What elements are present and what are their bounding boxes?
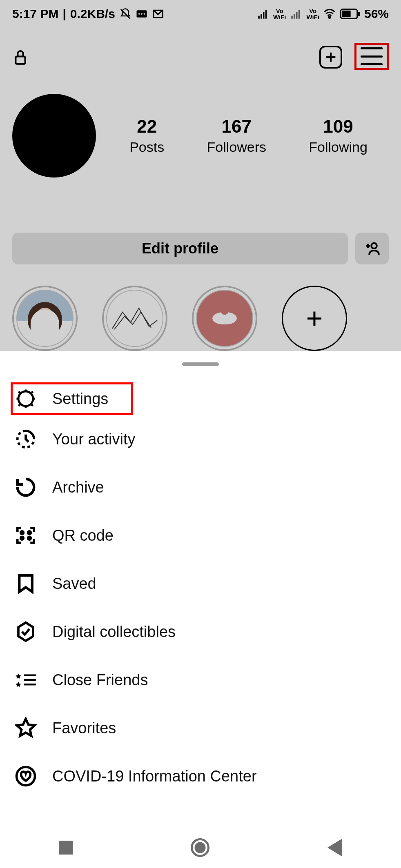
wifi-icon <box>323 8 336 20</box>
stat-posts[interactable]: 22 Posts <box>129 116 164 155</box>
hamburger-menu-button[interactable] <box>361 47 383 65</box>
menu-label: Your activity <box>52 431 135 448</box>
followers-label: Followers <box>207 139 266 155</box>
profile-header <box>0 41 401 73</box>
nav-recents-button[interactable] <box>59 841 73 855</box>
highlight-3[interactable] <box>192 286 257 351</box>
svg-rect-10 <box>296 12 298 18</box>
menu-item-activity[interactable]: Your activity <box>15 415 386 463</box>
activity-icon <box>15 428 37 450</box>
following-count: 109 <box>309 116 368 137</box>
posts-label: Posts <box>129 139 164 155</box>
menu-item-saved[interactable]: Saved <box>15 559 386 608</box>
svg-rect-15 <box>358 12 360 16</box>
menu-label: Close Friends <box>52 671 148 689</box>
posts-count: 22 <box>129 116 164 137</box>
bookmark-icon <box>15 573 37 595</box>
stat-following[interactable]: 109 Following <box>309 116 368 155</box>
svg-point-18 <box>18 391 33 406</box>
svg-rect-14 <box>342 11 350 17</box>
svg-point-1 <box>138 13 140 15</box>
menu-item-covid[interactable]: COVID-19 Information Center <box>15 752 386 800</box>
highlight-add-button[interactable]: + <box>282 286 347 351</box>
status-separator: | <box>62 7 66 21</box>
following-label: Following <box>309 139 368 155</box>
qr-icon <box>15 524 37 546</box>
vowifi-icon: VoWiFi <box>273 8 286 20</box>
profile-name-cropped <box>20 180 77 188</box>
edit-profile-label: Edit profile <box>142 240 218 257</box>
followers-count: 167 <box>207 116 266 137</box>
mail-icon <box>152 8 164 20</box>
create-button[interactable] <box>319 46 342 69</box>
highlights-row: + <box>12 286 347 351</box>
stat-followers[interactable]: 167 Followers <box>207 116 266 155</box>
battery-percent: 56% <box>364 7 389 21</box>
gear-icon <box>15 388 37 410</box>
svg-rect-4 <box>258 16 260 19</box>
svg-point-17 <box>371 243 376 249</box>
highlight-2[interactable] <box>102 286 167 351</box>
edit-profile-button[interactable]: Edit profile <box>12 233 348 264</box>
star-list-icon <box>15 669 37 691</box>
svg-point-19 <box>21 531 24 534</box>
menu-label: COVID-19 Information Center <box>52 768 257 785</box>
archive-icon <box>15 476 37 498</box>
menu-item-close-friends[interactable]: Close Friends <box>15 656 386 704</box>
svg-rect-6 <box>263 12 265 18</box>
menu-item-qr[interactable]: QR code <box>15 511 386 559</box>
signal-icon <box>257 8 269 20</box>
sheet-drag-handle[interactable] <box>182 362 219 366</box>
hamburger-highlight <box>354 43 389 70</box>
bottom-sheet: Settings Your activity <box>0 351 401 868</box>
menu-item-favorites[interactable]: Favorites <box>15 704 386 752</box>
profile-stats-row: 22 Posts 167 Followers 109 Following <box>12 94 389 178</box>
svg-rect-7 <box>265 10 267 19</box>
nav-home-button[interactable] <box>191 838 209 857</box>
svg-rect-9 <box>294 14 296 19</box>
svg-point-3 <box>143 13 145 15</box>
svg-rect-8 <box>292 16 293 19</box>
bell-muted-icon <box>119 8 131 20</box>
avatar[interactable] <box>12 94 96 178</box>
system-nav-bar <box>0 827 401 868</box>
status-time: 5:17 PM <box>12 7 58 21</box>
svg-point-12 <box>329 17 330 18</box>
menu-label: Saved <box>52 575 96 593</box>
svg-rect-16 <box>16 56 25 64</box>
svg-rect-5 <box>261 14 262 19</box>
menu-label: Settings <box>52 390 108 408</box>
heart-circle-icon <box>15 765 37 787</box>
svg-point-22 <box>28 537 31 539</box>
svg-point-21 <box>21 537 24 539</box>
message-icon <box>136 8 148 20</box>
hexagon-check-icon <box>15 621 37 643</box>
svg-point-2 <box>141 13 143 15</box>
menu-item-settings[interactable]: Settings <box>11 382 133 415</box>
highlight-1[interactable] <box>12 286 78 351</box>
menu-label: Favorites <box>52 719 116 737</box>
battery-icon <box>340 8 360 20</box>
status-speed: 0.2KB/s <box>70 7 115 21</box>
menu-label: Digital collectibles <box>52 623 176 641</box>
menu-item-collectibles[interactable]: Digital collectibles <box>15 608 386 656</box>
menu-label: Archive <box>52 479 104 496</box>
lock-icon <box>12 48 29 67</box>
nav-back-button[interactable] <box>327 839 342 857</box>
svg-point-20 <box>28 531 31 534</box>
menu-label: QR code <box>52 527 114 544</box>
discover-people-button[interactable] <box>355 233 389 264</box>
status-bar: 5:17 PM | 0.2KB/s VoWiFi VoWiFi <box>0 0 401 28</box>
star-icon <box>15 717 37 739</box>
menu-item-archive[interactable]: Archive <box>15 463 386 511</box>
svg-rect-11 <box>299 10 300 19</box>
vowifi-icon-2: VoWiFi <box>306 8 319 20</box>
signal-icon-2 <box>290 8 302 20</box>
